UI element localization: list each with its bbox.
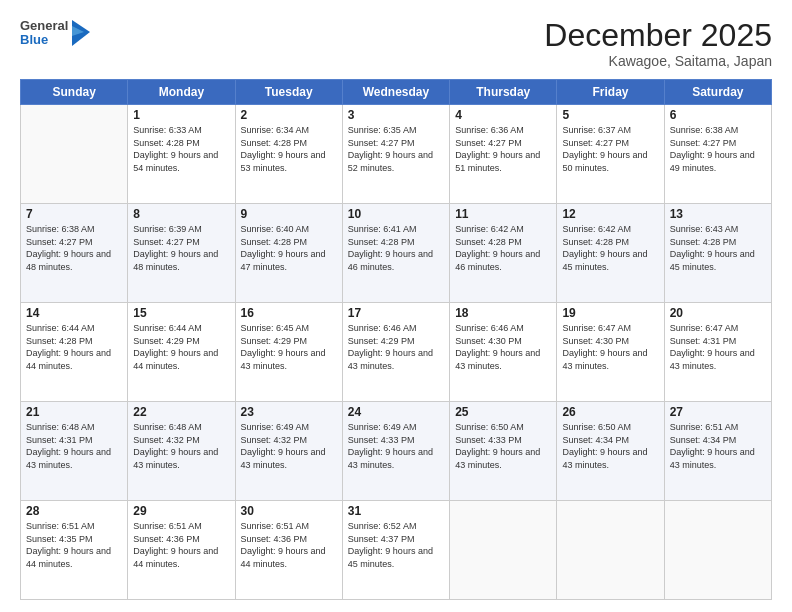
day-info: Sunrise: 6:41 AMSunset: 4:28 PMDaylight:… <box>348 223 444 273</box>
table-row: 13Sunrise: 6:43 AMSunset: 4:28 PMDayligh… <box>664 204 771 303</box>
table-row: 15Sunrise: 6:44 AMSunset: 4:29 PMDayligh… <box>128 303 235 402</box>
day-number: 11 <box>455 207 551 221</box>
table-row: 29Sunrise: 6:51 AMSunset: 4:36 PMDayligh… <box>128 501 235 600</box>
table-row: 12Sunrise: 6:42 AMSunset: 4:28 PMDayligh… <box>557 204 664 303</box>
day-info: Sunrise: 6:51 AMSunset: 4:34 PMDaylight:… <box>670 421 766 471</box>
table-row: 20Sunrise: 6:47 AMSunset: 4:31 PMDayligh… <box>664 303 771 402</box>
table-row: 24Sunrise: 6:49 AMSunset: 4:33 PMDayligh… <box>342 402 449 501</box>
col-saturday: Saturday <box>664 80 771 105</box>
calendar-row: 28Sunrise: 6:51 AMSunset: 4:35 PMDayligh… <box>21 501 772 600</box>
day-number: 13 <box>670 207 766 221</box>
day-number: 1 <box>133 108 229 122</box>
day-info: Sunrise: 6:37 AMSunset: 4:27 PMDaylight:… <box>562 124 658 174</box>
table-row: 18Sunrise: 6:46 AMSunset: 4:30 PMDayligh… <box>450 303 557 402</box>
logo-general: General <box>20 19 68 33</box>
day-info: Sunrise: 6:35 AMSunset: 4:27 PMDaylight:… <box>348 124 444 174</box>
day-number: 31 <box>348 504 444 518</box>
table-row <box>557 501 664 600</box>
table-row: 30Sunrise: 6:51 AMSunset: 4:36 PMDayligh… <box>235 501 342 600</box>
day-info: Sunrise: 6:36 AMSunset: 4:27 PMDaylight:… <box>455 124 551 174</box>
col-monday: Monday <box>128 80 235 105</box>
day-number: 29 <box>133 504 229 518</box>
col-wednesday: Wednesday <box>342 80 449 105</box>
day-number: 20 <box>670 306 766 320</box>
table-row: 25Sunrise: 6:50 AMSunset: 4:33 PMDayligh… <box>450 402 557 501</box>
table-row: 28Sunrise: 6:51 AMSunset: 4:35 PMDayligh… <box>21 501 128 600</box>
table-row: 9Sunrise: 6:40 AMSunset: 4:28 PMDaylight… <box>235 204 342 303</box>
day-info: Sunrise: 6:43 AMSunset: 4:28 PMDaylight:… <box>670 223 766 273</box>
day-info: Sunrise: 6:42 AMSunset: 4:28 PMDaylight:… <box>455 223 551 273</box>
day-info: Sunrise: 6:46 AMSunset: 4:30 PMDaylight:… <box>455 322 551 372</box>
table-row: 2Sunrise: 6:34 AMSunset: 4:28 PMDaylight… <box>235 105 342 204</box>
day-info: Sunrise: 6:44 AMSunset: 4:29 PMDaylight:… <box>133 322 229 372</box>
calendar-row: 14Sunrise: 6:44 AMSunset: 4:28 PMDayligh… <box>21 303 772 402</box>
table-row: 1Sunrise: 6:33 AMSunset: 4:28 PMDaylight… <box>128 105 235 204</box>
day-info: Sunrise: 6:50 AMSunset: 4:34 PMDaylight:… <box>562 421 658 471</box>
table-row: 5Sunrise: 6:37 AMSunset: 4:27 PMDaylight… <box>557 105 664 204</box>
page: General Blue December 2025 Kawagoe, Sait… <box>0 0 792 612</box>
day-info: Sunrise: 6:51 AMSunset: 4:36 PMDaylight:… <box>241 520 337 570</box>
day-number: 30 <box>241 504 337 518</box>
day-info: Sunrise: 6:52 AMSunset: 4:37 PMDaylight:… <box>348 520 444 570</box>
header: General Blue December 2025 Kawagoe, Sait… <box>20 18 772 69</box>
day-info: Sunrise: 6:48 AMSunset: 4:32 PMDaylight:… <box>133 421 229 471</box>
day-info: Sunrise: 6:51 AMSunset: 4:36 PMDaylight:… <box>133 520 229 570</box>
table-row <box>21 105 128 204</box>
table-row <box>450 501 557 600</box>
day-number: 6 <box>670 108 766 122</box>
day-info: Sunrise: 6:38 AMSunset: 4:27 PMDaylight:… <box>26 223 122 273</box>
day-number: 21 <box>26 405 122 419</box>
table-row: 7Sunrise: 6:38 AMSunset: 4:27 PMDaylight… <box>21 204 128 303</box>
table-row: 23Sunrise: 6:49 AMSunset: 4:32 PMDayligh… <box>235 402 342 501</box>
day-number: 8 <box>133 207 229 221</box>
table-row: 17Sunrise: 6:46 AMSunset: 4:29 PMDayligh… <box>342 303 449 402</box>
calendar-table: Sunday Monday Tuesday Wednesday Thursday… <box>20 79 772 600</box>
day-info: Sunrise: 6:49 AMSunset: 4:32 PMDaylight:… <box>241 421 337 471</box>
day-number: 25 <box>455 405 551 419</box>
day-info: Sunrise: 6:45 AMSunset: 4:29 PMDaylight:… <box>241 322 337 372</box>
day-number: 17 <box>348 306 444 320</box>
day-number: 27 <box>670 405 766 419</box>
day-info: Sunrise: 6:50 AMSunset: 4:33 PMDaylight:… <box>455 421 551 471</box>
day-number: 7 <box>26 207 122 221</box>
day-number: 14 <box>26 306 122 320</box>
day-info: Sunrise: 6:49 AMSunset: 4:33 PMDaylight:… <box>348 421 444 471</box>
table-row: 26Sunrise: 6:50 AMSunset: 4:34 PMDayligh… <box>557 402 664 501</box>
col-tuesday: Tuesday <box>235 80 342 105</box>
month-title: December 2025 <box>544 18 772 53</box>
logo: General Blue <box>20 18 92 48</box>
day-number: 2 <box>241 108 337 122</box>
day-info: Sunrise: 6:47 AMSunset: 4:30 PMDaylight:… <box>562 322 658 372</box>
day-number: 9 <box>241 207 337 221</box>
col-sunday: Sunday <box>21 80 128 105</box>
logo-blue: Blue <box>20 33 68 47</box>
day-info: Sunrise: 6:47 AMSunset: 4:31 PMDaylight:… <box>670 322 766 372</box>
location: Kawagoe, Saitama, Japan <box>544 53 772 69</box>
day-number: 10 <box>348 207 444 221</box>
table-row: 3Sunrise: 6:35 AMSunset: 4:27 PMDaylight… <box>342 105 449 204</box>
day-info: Sunrise: 6:48 AMSunset: 4:31 PMDaylight:… <box>26 421 122 471</box>
col-friday: Friday <box>557 80 664 105</box>
table-row: 4Sunrise: 6:36 AMSunset: 4:27 PMDaylight… <box>450 105 557 204</box>
day-number: 3 <box>348 108 444 122</box>
day-info: Sunrise: 6:33 AMSunset: 4:28 PMDaylight:… <box>133 124 229 174</box>
table-row: 16Sunrise: 6:45 AMSunset: 4:29 PMDayligh… <box>235 303 342 402</box>
logo-text: General Blue <box>20 19 68 48</box>
table-row: 8Sunrise: 6:39 AMSunset: 4:27 PMDaylight… <box>128 204 235 303</box>
day-info: Sunrise: 6:39 AMSunset: 4:27 PMDaylight:… <box>133 223 229 273</box>
table-row: 21Sunrise: 6:48 AMSunset: 4:31 PMDayligh… <box>21 402 128 501</box>
day-number: 4 <box>455 108 551 122</box>
col-thursday: Thursday <box>450 80 557 105</box>
day-number: 22 <box>133 405 229 419</box>
day-info: Sunrise: 6:44 AMSunset: 4:28 PMDaylight:… <box>26 322 122 372</box>
table-row: 14Sunrise: 6:44 AMSunset: 4:28 PMDayligh… <box>21 303 128 402</box>
table-row <box>664 501 771 600</box>
table-row: 27Sunrise: 6:51 AMSunset: 4:34 PMDayligh… <box>664 402 771 501</box>
calendar-header-row: Sunday Monday Tuesday Wednesday Thursday… <box>21 80 772 105</box>
day-number: 19 <box>562 306 658 320</box>
day-number: 28 <box>26 504 122 518</box>
table-row: 10Sunrise: 6:41 AMSunset: 4:28 PMDayligh… <box>342 204 449 303</box>
calendar-row: 1Sunrise: 6:33 AMSunset: 4:28 PMDaylight… <box>21 105 772 204</box>
title-block: December 2025 Kawagoe, Saitama, Japan <box>544 18 772 69</box>
day-number: 12 <box>562 207 658 221</box>
